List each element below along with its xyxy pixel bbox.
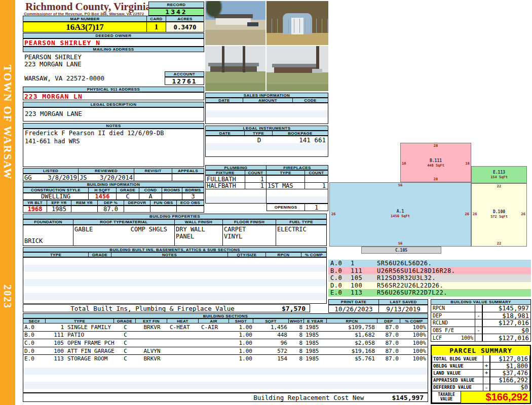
li-bookpage-label: BOOKPAGE	[273, 131, 328, 136]
wall-finish-value: DRY WALLPANEL	[175, 225, 223, 246]
bs-comp-label: % COMP	[400, 318, 428, 323]
fixture-label: FIXTURE	[205, 170, 245, 175]
card-label: CARD	[147, 16, 166, 22]
hsqft-label: H SQFT	[89, 187, 117, 193]
bvs-row-lcf: LCF100% $127,016	[431, 334, 531, 342]
ecoobs-label: ECO OBS	[177, 200, 204, 206]
plumbing-row-2: HALFBATH 1 1ST MAS 1	[205, 182, 328, 189]
account-label: ACCOUNT	[165, 71, 204, 77]
property-photo-street-2	[267, 46, 328, 91]
fireplaces-label: FIREPLACES	[267, 165, 328, 170]
sales-empty-rows	[205, 103, 328, 124]
floor-finish-label: FLOOR FINISH	[223, 219, 276, 225]
fixture-count-label: COUNT	[245, 170, 267, 175]
acres-value: 0.3470	[166, 22, 204, 32]
building-section-row-d: D.0 100 ATT FIN GARAGE C ALVYN 1.00 572 …	[23, 347, 428, 355]
physical-address-label: PHYSICAL 911 ADDRESS	[23, 87, 204, 92]
fuel-type-value: ELECTRIC	[276, 225, 327, 246]
ps-row-taxable: TAXABLE VALUE $166,292	[432, 391, 530, 403]
sketch-section-D100: 22 26 26 22 D.100 572 SqFt	[471, 183, 527, 247]
total-built-ins-value: $7,570	[282, 305, 310, 312]
effyr-label: EFF YR	[47, 200, 71, 206]
floor-finish-value: CARPETVINYL	[223, 225, 276, 246]
replacement-cost-value: $145,997	[392, 394, 428, 401]
bs-type-label: TYPE	[46, 318, 114, 323]
roof-value: GABLECOMP SHGLS	[73, 225, 175, 246]
bs-heat-label: HEAT	[167, 318, 199, 323]
deeded-owner-label: DEEDED OWNER	[23, 33, 204, 38]
bi-grade-label: GRADE	[89, 252, 111, 257]
remyr-value	[71, 206, 98, 213]
ps-row-deferred: DEFERRED VALUE - $0	[432, 384, 530, 391]
funobs-value	[150, 206, 177, 213]
building-properties-label: BUILDING PROPERTIES	[23, 214, 327, 219]
yrblt-value: 1968	[23, 206, 47, 213]
bvs-row-obs: OBS F/E - $0	[431, 327, 531, 335]
foundation-label: FOUNDATION	[23, 219, 73, 225]
building-sections-label: BUILDING SECTIONS	[23, 313, 428, 318]
bs-sec-label: SEC#	[23, 318, 46, 323]
cond-value: A	[139, 193, 162, 200]
building-section-row-b: B.0 111 PATIO C 1.00 448 8 1985 $1,682 8…	[23, 332, 428, 340]
physical-address-value: 223 MORGAN LN	[24, 93, 83, 100]
sketch-legend: A.0 1 SR56U26L56D26. B.0 111 U26R56SU16L…	[328, 260, 531, 297]
sales-amount-label: AMOUNT	[243, 98, 293, 103]
li-date-label: DATE	[205, 131, 245, 136]
legal-instrument-row: D 141 661	[206, 136, 328, 143]
legal-description-label: LEGAL DESCRIPTION	[23, 102, 204, 107]
bs-grade-label: GRADE	[114, 318, 136, 323]
roof-label: ROOF TYPE/MATERIAL	[73, 219, 175, 225]
bvs-row-rpcn: RPCN $145,997	[431, 305, 531, 312]
notes-label: NOTES	[23, 123, 204, 129]
wall-finish-label: WALL FINISH	[175, 219, 223, 225]
openings-label: OPENINGS	[267, 204, 305, 211]
ps-row-total-bldg: TOTAL BLDG VALUE $127,016	[432, 355, 530, 362]
yrblt-label: YR BLT	[23, 200, 47, 206]
grade-value: C	[117, 193, 139, 200]
dep-pct-label: DEP %	[98, 200, 124, 206]
legal-instruments-label: LEGAL INSTRUMENTS	[205, 126, 328, 131]
plumbing-empty-rows	[205, 189, 328, 204]
sketch-section-E113: E.113 154 SqFt	[471, 166, 527, 183]
bi-comp-label: % COMP	[301, 252, 327, 257]
bvs-row-dep: DEP - $18,981	[431, 312, 531, 320]
ps-row-land: LAND VALUE + $37,476	[432, 370, 530, 377]
taxable-value-label: TAXABLE VALUE	[432, 391, 461, 403]
notes-line-2: 141-661 had WRS	[25, 138, 202, 145]
sketch-section-A1: 56 26 26 56 A.1 1456 SqFt	[329, 182, 471, 247]
account-value: 12761	[165, 77, 204, 85]
cond-label: COND	[139, 187, 162, 193]
sidebar-year-label: 2023	[2, 285, 13, 309]
plumbing-row-1: FULLBATH 1	[205, 175, 328, 182]
bs-dep-label: DEP	[377, 318, 400, 323]
sidebar-strip: TOWN OF WARSAW 2023	[0, 0, 15, 405]
listed-label: LISTED	[23, 168, 79, 174]
legend-row-d: D.0 100 R56SR22U26L22D26.	[328, 282, 531, 290]
total-built-ins-label: Total Built Ins, Plumbing & Fireplace Va…	[70, 305, 235, 312]
sales-code-label: CODE	[293, 98, 328, 103]
building-information-label: BUILDING INFORMATION	[23, 182, 204, 187]
reviewed-label: REVIEWED	[79, 168, 134, 174]
sales-information-label: SALES INFORMATION	[205, 93, 328, 98]
parcel-summary-title: PARCEL SUMMARY	[432, 346, 530, 355]
rooms-label: ROOMS	[162, 187, 182, 193]
bvs-row-rclnd: RCLND $127,016	[431, 319, 531, 327]
openings-count: 1	[305, 204, 328, 211]
grade-label: GRADE	[117, 187, 139, 193]
bs-shgt-label: SHGT	[229, 318, 253, 323]
building-sections-empty-rows	[23, 360, 428, 393]
ps-row-obldg: OBLDG VALUE + $1,800	[432, 362, 530, 370]
bdrms-value: 3	[182, 193, 204, 200]
ecoobs-value	[177, 206, 204, 213]
acres-label: ACRES	[166, 16, 204, 22]
building-sketch: 28 16 16 28 B.111 448 SqFt E.113 154 SqF…	[328, 0, 531, 259]
revisit-value	[134, 174, 172, 181]
sketch-section-B111: 28 16 16 28 B.111 448 SqFt	[400, 143, 471, 182]
rooms-value	[162, 193, 182, 200]
dep-pct-value: 87.0	[98, 206, 124, 213]
building-sections-rows: A.0 1 SINGLE FAMILY C BRKVR C-HEAT C-AIR…	[23, 323, 428, 363]
record-label: RECORD	[148, 2, 204, 8]
li-type-label: TYPE	[245, 131, 273, 136]
built-ins-label: BUILDING BUILT INS, BASEMENTS, ATTICS & …	[23, 247, 327, 252]
bs-air-label: AIR	[199, 318, 229, 323]
